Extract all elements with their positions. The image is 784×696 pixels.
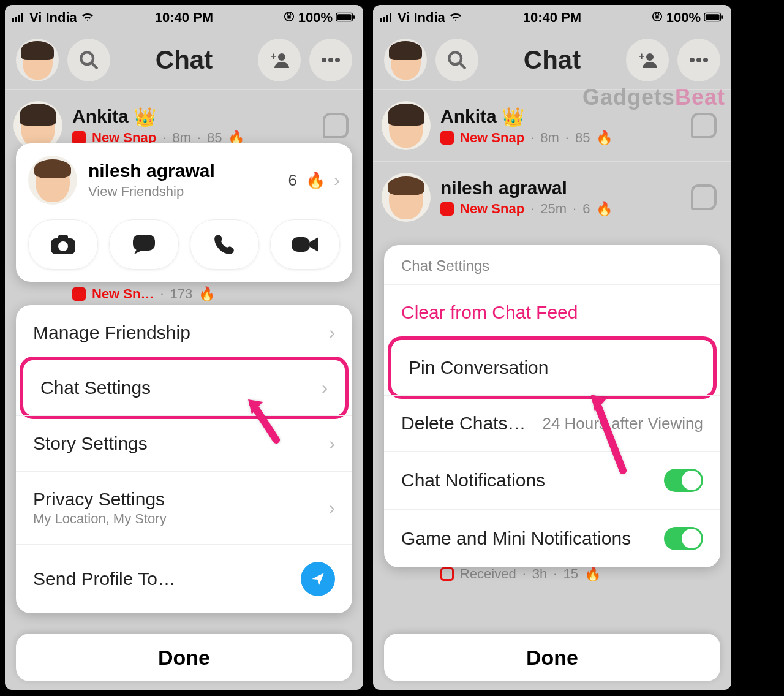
done-label: Done [526, 646, 578, 670]
svg-line-10 [91, 62, 97, 68]
profile-avatar[interactable] [16, 39, 59, 81]
streak-count: 6 [582, 201, 590, 217]
signal-icon [12, 10, 26, 26]
chat-icon[interactable] [691, 113, 717, 138]
delete-chats-row[interactable]: Delete Chats… 24 Hours after Viewing [384, 395, 720, 451]
svg-rect-3 [21, 13, 23, 22]
story-settings-row[interactable]: Story Settings › [16, 415, 352, 471]
wifi-icon [81, 10, 94, 26]
streak-count: 173 [170, 286, 193, 302]
streak-count: 85 [575, 130, 590, 146]
clear-chat-row[interactable]: Clear from Chat Feed [384, 284, 720, 340]
svg-line-31 [459, 62, 465, 68]
clock-label: 10:40 PM [523, 10, 581, 26]
send-profile-row[interactable]: Send Profile To… [16, 544, 352, 613]
svg-rect-19 [133, 235, 155, 251]
chevron-right-icon: › [329, 497, 335, 518]
profile-avatar[interactable] [384, 39, 427, 81]
status-bar: Vi India 10:40 PM 100% [5, 5, 363, 31]
clock-label: 10:40 PM [155, 10, 213, 26]
toggle-on[interactable] [664, 469, 703, 492]
snap-status: New Snap [460, 130, 524, 146]
friend-name: Ankita [440, 106, 497, 127]
add-friend-button[interactable]: + [258, 39, 301, 81]
svg-rect-0 [12, 18, 14, 22]
pin-conversation-row[interactable]: Pin Conversation [388, 336, 717, 399]
fire-icon: 🔥 [198, 286, 215, 302]
snap-status-trunc: New Sn… [92, 286, 154, 302]
streak-count: 15 [563, 566, 578, 582]
svg-rect-5 [287, 15, 290, 18]
friend-menu-sheet: Manage Friendship › Chat Settings › Stor… [16, 305, 352, 613]
chevron-right-icon[interactable]: › [334, 170, 340, 191]
toggle-on[interactable] [664, 527, 703, 550]
crown-icon: 👑 [134, 106, 156, 127]
chat-header: Chat + [5, 31, 363, 89]
screen-right: Vi India 10:40 PM 100% Chat + [373, 5, 731, 690]
chevron-right-icon: › [322, 377, 328, 398]
friend-avatar[interactable] [28, 156, 77, 205]
snap-indicator-icon [440, 202, 454, 216]
svg-point-14 [328, 58, 333, 62]
search-button[interactable] [435, 39, 478, 81]
svg-rect-26 [655, 15, 658, 18]
chat-settings-row[interactable]: Chat Settings › [20, 357, 349, 419]
more-button[interactable] [309, 39, 352, 81]
svg-rect-23 [386, 15, 388, 22]
friend-avatar [382, 173, 431, 222]
streak-count: 6 [288, 171, 297, 190]
battery-pct: 100% [298, 10, 333, 26]
fire-icon: 🔥 [596, 201, 612, 217]
chat-icon[interactable] [323, 113, 349, 138]
rotation-lock-icon [284, 10, 295, 26]
done-button[interactable]: Done [16, 634, 352, 681]
chat-icon[interactable] [691, 184, 717, 210]
game-notif-row[interactable]: Game and Mini Notifications [384, 509, 720, 567]
privacy-label: Privacy Settings [33, 489, 167, 510]
battery-icon [336, 10, 356, 26]
chat-button[interactable] [109, 219, 179, 270]
manage-friendship-label: Manage Friendship [33, 322, 190, 343]
chat-row[interactable]: nilesh agrawal New Snap · 25m · 6 🔥 [373, 161, 731, 233]
send-icon[interactable] [301, 562, 335, 596]
chevron-right-icon: › [329, 433, 335, 454]
svg-rect-20 [292, 237, 310, 252]
sheet-header: Chat Settings [384, 245, 720, 284]
manage-friendship-row[interactable]: Manage Friendship › [16, 305, 352, 360]
fire-icon: 🔥 [584, 566, 601, 582]
privacy-settings-row[interactable]: Privacy Settings My Location, My Story › [16, 471, 352, 544]
carrier-label: Vi India [29, 10, 77, 26]
crown-icon: 👑 [502, 106, 524, 127]
friend-avatar [382, 101, 431, 150]
done-button[interactable]: Done [384, 634, 720, 681]
search-button[interactable] [67, 39, 110, 81]
snap-time: 8m [540, 130, 559, 146]
svg-text:+: + [639, 51, 644, 61]
svg-rect-7 [337, 14, 352, 20]
svg-point-13 [322, 58, 326, 62]
game-notif-label: Game and Mini Notifications [401, 528, 631, 549]
camera-button[interactable] [28, 219, 98, 270]
delete-label: Delete Chats… [401, 413, 526, 434]
add-friend-button[interactable]: + [626, 39, 669, 81]
annotation-arrow [246, 397, 282, 448]
svg-point-32 [646, 53, 654, 61]
chat-notif-row[interactable]: Chat Notifications [384, 451, 720, 509]
friend-card-sheet: nilesh agrawal View Friendship 6 🔥 › [16, 143, 352, 282]
chat-settings-label: Chat Settings [40, 377, 151, 398]
more-button[interactable] [677, 39, 720, 81]
svg-rect-21 [380, 18, 382, 22]
friend-avatar [13, 101, 62, 150]
clear-chat-label: Clear from Chat Feed [401, 302, 578, 323]
svg-rect-22 [383, 17, 385, 22]
send-profile-label: Send Profile To… [33, 569, 176, 589]
call-button[interactable] [190, 219, 260, 270]
wifi-icon [449, 10, 462, 26]
view-friendship-link[interactable]: View Friendship [88, 184, 215, 200]
video-button[interactable] [270, 219, 340, 270]
svg-point-17 [58, 241, 68, 251]
svg-point-11 [278, 53, 285, 61]
received-label: Received [460, 566, 516, 582]
status-bar: Vi India 10:40 PM 100% [373, 5, 731, 31]
svg-rect-2 [18, 15, 20, 22]
